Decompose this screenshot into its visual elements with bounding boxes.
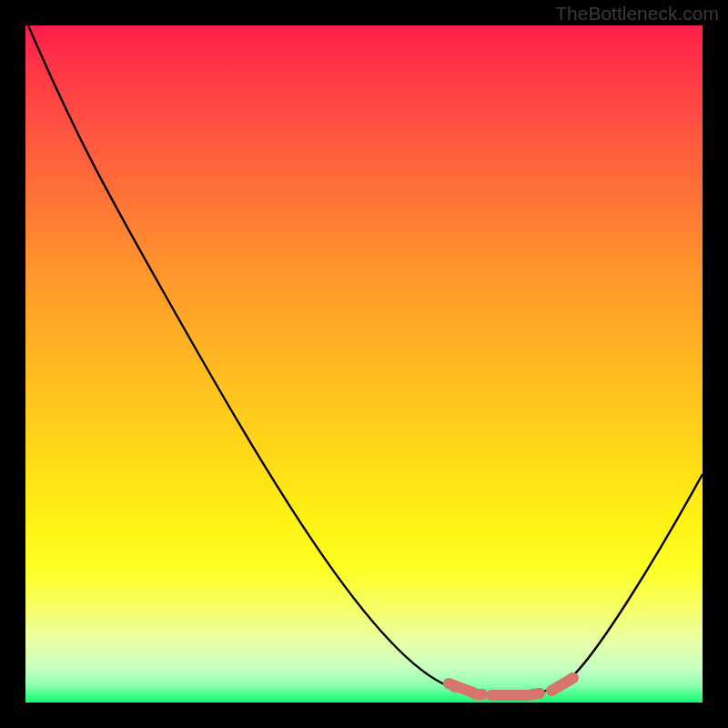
- marker-dot-right: [567, 672, 578, 683]
- marker-group: [449, 672, 578, 695]
- plot-area: [25, 25, 703, 703]
- marker-seg-3: [532, 693, 540, 694]
- marker-dot-left: [450, 682, 460, 693]
- chart-svg: [25, 25, 703, 703]
- curve-path: [28, 25, 703, 695]
- outer-frame: TheBottleneck.com: [0, 0, 728, 728]
- attribution-text: TheBottleneck.com: [555, 3, 719, 25]
- bottleneck-curve: [28, 25, 703, 695]
